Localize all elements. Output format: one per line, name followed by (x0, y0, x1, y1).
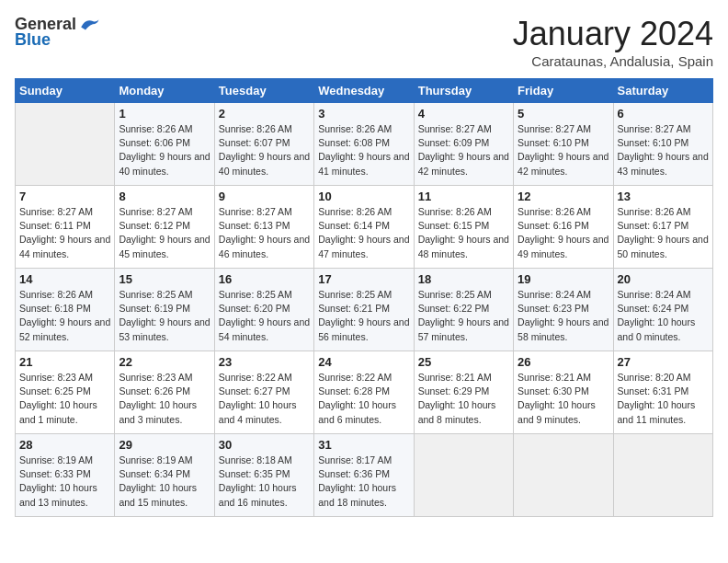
day-info: Sunrise: 8:24 AMSunset: 6:23 PMDaylight:… (518, 288, 609, 344)
calendar-cell: 26Sunrise: 8:21 AMSunset: 6:30 PMDayligh… (514, 351, 613, 434)
day-number: 16 (219, 272, 310, 286)
day-number: 23 (219, 355, 310, 369)
day-info: Sunrise: 8:26 AMSunset: 6:06 PMDaylight:… (119, 122, 210, 178)
day-number: 19 (518, 272, 609, 286)
calendar-cell: 9Sunrise: 8:27 AMSunset: 6:13 PMDaylight… (214, 186, 313, 269)
day-info: Sunrise: 8:26 AMSunset: 6:15 PMDaylight:… (418, 205, 509, 261)
day-info: Sunrise: 8:18 AMSunset: 6:35 PMDaylight:… (219, 454, 310, 510)
day-info: Sunrise: 8:25 AMSunset: 6:20 PMDaylight:… (219, 288, 310, 344)
day-number: 3 (318, 107, 409, 121)
calendar-cell: 12Sunrise: 8:26 AMSunset: 6:16 PMDayligh… (514, 186, 613, 269)
day-info: Sunrise: 8:27 AMSunset: 6:09 PMDaylight:… (418, 122, 509, 178)
day-info: Sunrise: 8:20 AMSunset: 6:31 PMDaylight:… (618, 371, 709, 427)
day-info: Sunrise: 8:25 AMSunset: 6:22 PMDaylight:… (418, 288, 509, 344)
day-number: 25 (418, 355, 509, 369)
day-number: 22 (119, 355, 210, 369)
col-header-saturday: Saturday (613, 79, 712, 103)
day-number: 4 (418, 107, 509, 121)
day-number: 13 (618, 190, 709, 203)
day-number: 12 (518, 190, 609, 203)
day-info: Sunrise: 8:22 AMSunset: 6:27 PMDaylight:… (219, 371, 310, 427)
col-header-wednesday: Wednesday (314, 79, 414, 103)
calendar-cell: 24Sunrise: 8:22 AMSunset: 6:28 PMDayligh… (314, 351, 414, 434)
calendar-cell (613, 434, 712, 517)
calendar-cell (16, 103, 115, 186)
calendar-cell: 15Sunrise: 8:25 AMSunset: 6:19 PMDayligh… (115, 269, 214, 351)
logo-blue: Blue (15, 30, 51, 50)
day-number: 20 (618, 272, 709, 286)
day-number: 6 (618, 107, 709, 121)
day-number: 21 (19, 355, 110, 369)
calendar-cell: 18Sunrise: 8:25 AMSunset: 6:22 PMDayligh… (414, 269, 513, 351)
calendar-cell: 22Sunrise: 8:23 AMSunset: 6:26 PMDayligh… (115, 351, 214, 434)
calendar-cell: 6Sunrise: 8:27 AMSunset: 6:10 PMDaylight… (613, 103, 712, 186)
calendar-cell: 7Sunrise: 8:27 AMSunset: 6:11 PMDaylight… (16, 186, 115, 269)
day-info: Sunrise: 8:24 AMSunset: 6:24 PMDaylight:… (618, 288, 709, 344)
day-info: Sunrise: 8:26 AMSunset: 6:08 PMDaylight:… (318, 122, 409, 178)
day-number: 8 (119, 190, 210, 203)
day-info: Sunrise: 8:23 AMSunset: 6:25 PMDaylight:… (19, 371, 110, 427)
day-info: Sunrise: 8:19 AMSunset: 6:33 PMDaylight:… (19, 454, 110, 510)
day-info: Sunrise: 8:26 AMSunset: 6:07 PMDaylight:… (219, 122, 310, 178)
day-number: 5 (518, 107, 609, 121)
col-header-sunday: Sunday (16, 79, 115, 103)
day-info: Sunrise: 8:22 AMSunset: 6:28 PMDaylight:… (318, 371, 409, 427)
col-header-friday: Friday (514, 79, 613, 103)
calendar-cell: 23Sunrise: 8:22 AMSunset: 6:27 PMDayligh… (214, 351, 313, 434)
day-number: 7 (19, 190, 110, 203)
day-number: 18 (418, 272, 509, 286)
day-number: 1 (119, 107, 210, 121)
calendar-cell: 13Sunrise: 8:26 AMSunset: 6:17 PMDayligh… (613, 186, 712, 269)
calendar-cell: 5Sunrise: 8:27 AMSunset: 6:10 PMDaylight… (514, 103, 613, 186)
calendar-cell: 31Sunrise: 8:17 AMSunset: 6:36 PMDayligh… (314, 434, 414, 517)
calendar-cell: 16Sunrise: 8:25 AMSunset: 6:20 PMDayligh… (214, 269, 313, 351)
day-number: 15 (119, 272, 210, 286)
calendar-cell: 14Sunrise: 8:26 AMSunset: 6:18 PMDayligh… (16, 269, 115, 351)
day-number: 2 (219, 107, 310, 121)
day-info: Sunrise: 8:26 AMSunset: 6:14 PMDaylight:… (318, 205, 409, 261)
month-title: January 2024 (513, 15, 713, 53)
day-info: Sunrise: 8:25 AMSunset: 6:19 PMDaylight:… (119, 288, 210, 344)
col-header-monday: Monday (115, 79, 214, 103)
title-area: January 2024 Carataunas, Andalusia, Spai… (513, 15, 713, 69)
day-number: 31 (318, 438, 409, 452)
day-info: Sunrise: 8:27 AMSunset: 6:11 PMDaylight:… (19, 205, 110, 261)
header-area: General Blue January 2024 Carataunas, An… (15, 15, 713, 69)
calendar-cell: 29Sunrise: 8:19 AMSunset: 6:34 PMDayligh… (115, 434, 214, 517)
day-number: 10 (318, 190, 409, 203)
calendar-cell: 11Sunrise: 8:26 AMSunset: 6:15 PMDayligh… (414, 186, 513, 269)
calendar-table: SundayMondayTuesdayWednesdayThursdayFrid… (15, 78, 713, 517)
calendar-cell: 3Sunrise: 8:26 AMSunset: 6:08 PMDaylight… (314, 103, 414, 186)
day-info: Sunrise: 8:17 AMSunset: 6:36 PMDaylight:… (318, 454, 409, 510)
calendar-cell: 27Sunrise: 8:20 AMSunset: 6:31 PMDayligh… (613, 351, 712, 434)
calendar-cell: 10Sunrise: 8:26 AMSunset: 6:14 PMDayligh… (314, 186, 414, 269)
calendar-cell: 21Sunrise: 8:23 AMSunset: 6:25 PMDayligh… (16, 351, 115, 434)
day-number: 26 (518, 355, 609, 369)
day-info: Sunrise: 8:23 AMSunset: 6:26 PMDaylight:… (119, 371, 210, 427)
calendar-cell: 30Sunrise: 8:18 AMSunset: 6:35 PMDayligh… (214, 434, 313, 517)
day-number: 9 (219, 190, 310, 203)
calendar-cell: 19Sunrise: 8:24 AMSunset: 6:23 PMDayligh… (514, 269, 613, 351)
col-header-tuesday: Tuesday (214, 79, 313, 103)
col-header-thursday: Thursday (414, 79, 513, 103)
day-number: 29 (119, 438, 210, 452)
calendar-cell: 1Sunrise: 8:26 AMSunset: 6:06 PMDaylight… (115, 103, 214, 186)
day-info: Sunrise: 8:21 AMSunset: 6:29 PMDaylight:… (418, 371, 509, 427)
day-info: Sunrise: 8:25 AMSunset: 6:21 PMDaylight:… (318, 288, 409, 344)
day-info: Sunrise: 8:27 AMSunset: 6:10 PMDaylight:… (618, 122, 709, 178)
day-info: Sunrise: 8:19 AMSunset: 6:34 PMDaylight:… (119, 454, 210, 510)
logo-bird-icon (78, 16, 100, 34)
logo: General Blue (15, 15, 100, 50)
calendar-cell (514, 434, 613, 517)
location-title: Carataunas, Andalusia, Spain (513, 53, 713, 69)
calendar-cell: 8Sunrise: 8:27 AMSunset: 6:12 PMDaylight… (115, 186, 214, 269)
day-info: Sunrise: 8:26 AMSunset: 6:16 PMDaylight:… (518, 205, 609, 261)
day-info: Sunrise: 8:27 AMSunset: 6:12 PMDaylight:… (119, 205, 210, 261)
calendar-cell: 4Sunrise: 8:27 AMSunset: 6:09 PMDaylight… (414, 103, 513, 186)
day-number: 17 (318, 272, 409, 286)
day-number: 27 (618, 355, 709, 369)
day-info: Sunrise: 8:21 AMSunset: 6:30 PMDaylight:… (518, 371, 609, 427)
calendar-cell: 28Sunrise: 8:19 AMSunset: 6:33 PMDayligh… (16, 434, 115, 517)
day-number: 14 (19, 272, 110, 286)
day-number: 30 (219, 438, 310, 452)
